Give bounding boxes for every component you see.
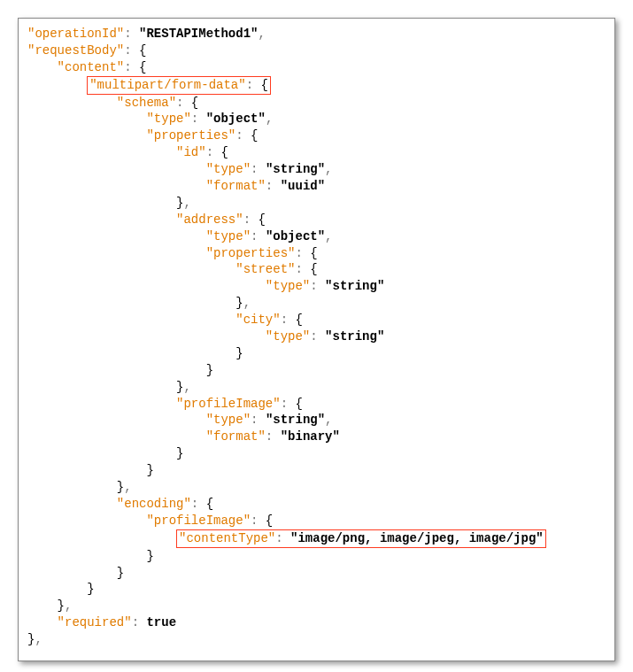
punct: , (243, 296, 251, 310)
punct: : (251, 162, 258, 176)
punct: : (295, 246, 302, 260)
key-type: "type" (266, 279, 310, 293)
punct: : (124, 27, 131, 41)
punct: , (325, 413, 332, 427)
punct: : (132, 615, 139, 630)
val-string: "string" (266, 413, 325, 427)
punct: , (266, 112, 273, 126)
brace: } (146, 549, 153, 563)
punct: , (124, 480, 131, 494)
key-required: "required" (58, 615, 132, 630)
brace: { (191, 96, 198, 110)
key-schema: "schema" (117, 96, 176, 110)
key-type: "type" (266, 329, 310, 344)
brace: { (260, 78, 267, 92)
punct: : (206, 145, 213, 159)
punct: : (295, 262, 302, 276)
brace: { (310, 246, 317, 260)
val-string: "string" (325, 279, 384, 293)
highlight-multipart: "multipart/form-data": { (87, 76, 271, 95)
val-object: "object" (206, 112, 266, 126)
val-uuid: "uuid" (281, 179, 325, 193)
punct: : (251, 229, 258, 243)
brace: { (139, 60, 146, 74)
key-type: "type" (206, 229, 251, 243)
punct: : (266, 179, 273, 193)
brace: } (206, 363, 213, 377)
key-type: "type" (146, 112, 190, 126)
brace: { (251, 128, 258, 143)
key-profileImage: "profileImage" (146, 514, 251, 528)
brace: } (235, 296, 243, 310)
key-properties: "properties" (146, 128, 235, 143)
brace: { (139, 43, 146, 58)
punct: : (310, 279, 317, 293)
punct: , (183, 380, 190, 394)
key-format: "format" (206, 429, 266, 444)
key-street: "street" (235, 262, 295, 276)
punct: : (243, 212, 251, 227)
brace: } (235, 346, 243, 360)
punct: , (258, 27, 265, 41)
val-binary: "binary" (281, 429, 340, 444)
punct: : (251, 514, 258, 528)
brace: } (176, 446, 183, 460)
brace: } (146, 463, 153, 477)
val-object: "object" (266, 229, 325, 243)
brace: } (117, 480, 124, 494)
key-operationId: "operationId" (27, 27, 124, 41)
brace: { (258, 212, 265, 227)
punct: : (310, 329, 317, 344)
key-type: "type" (206, 162, 251, 176)
brace: } (58, 599, 65, 613)
key-id: "id" (176, 145, 206, 159)
brace: { (266, 514, 273, 528)
punct: , (65, 599, 72, 613)
key-properties: "properties" (206, 246, 296, 260)
punct: , (325, 162, 332, 176)
val-string: "string" (266, 162, 325, 176)
punct: , (183, 196, 190, 210)
key-content: "content" (58, 60, 125, 74)
key-encoding: "encoding" (117, 497, 191, 511)
highlight-contentType: "contentType": "image/png, image/jpeg, i… (176, 529, 546, 548)
punct: : (251, 413, 258, 427)
punct: : (124, 43, 131, 58)
key-type: "type" (206, 413, 251, 427)
key-multipart: "multipart/form-data" (89, 78, 245, 92)
val-string: "string" (325, 329, 384, 344)
key-format: "format" (206, 179, 266, 193)
val-operationId: "RESTAPIMethod1" (139, 27, 258, 41)
punct: : (266, 429, 273, 444)
punct: : (281, 397, 288, 411)
key-profileImage: "profileImage" (176, 397, 281, 411)
punct: : (281, 313, 288, 327)
val-contentType: "image/png, image/jpeg, image/jpg" (290, 531, 544, 545)
brace: } (87, 582, 94, 596)
brace: { (206, 497, 213, 511)
punct: , (35, 632, 42, 646)
key-requestBody: "requestBody" (27, 43, 124, 58)
punct: : (191, 112, 198, 126)
punct: , (325, 229, 332, 243)
val-true: true (146, 615, 176, 630)
punct: : (124, 60, 131, 74)
key-contentType: "contentType" (179, 531, 275, 545)
punct: : (246, 78, 253, 92)
brace: } (117, 566, 124, 580)
brace: { (295, 313, 302, 327)
brace: { (295, 397, 302, 411)
punct: : (275, 531, 282, 545)
punct: : (176, 96, 183, 110)
key-address: "address" (176, 212, 243, 227)
key-city: "city" (235, 313, 280, 327)
punct: : (235, 128, 243, 143)
code-block: "operationId": "RESTAPIMethod1", "reques… (18, 18, 615, 661)
brace: { (220, 145, 228, 159)
punct: : (191, 497, 198, 511)
brace: { (310, 262, 317, 276)
